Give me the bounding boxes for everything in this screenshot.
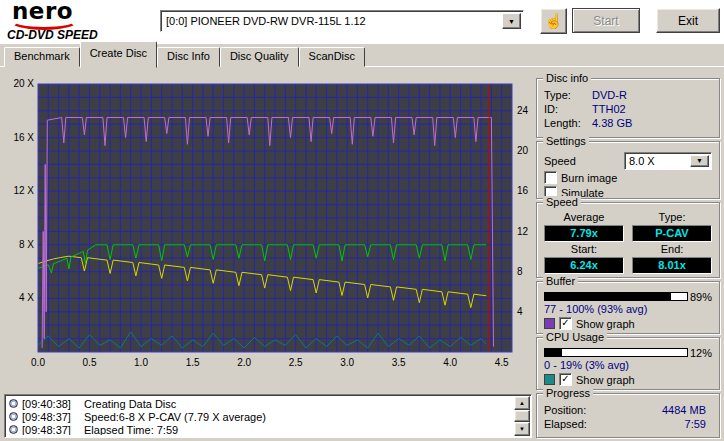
burn-image-checkbox[interactable]	[544, 171, 557, 184]
scroll-up-icon: ▲	[519, 400, 525, 406]
chevron-down-icon[interactable]: ▼	[502, 13, 521, 29]
buffer-bar	[544, 292, 688, 301]
log-line: [09:48:37] Speed:6-8 X P-CAV (7.79 X ave…	[7, 410, 513, 423]
elapsed-label: Elapsed:	[544, 417, 596, 431]
svg-text:2.0: 2.0	[237, 357, 251, 368]
elapsed-value: 7:59	[685, 417, 712, 431]
tab-disc-info[interactable]: Disc Info	[157, 47, 220, 67]
log-line: [09:48:37] Elapsed Time: 7:59	[7, 423, 513, 435]
log-time: [09:48:37]	[22, 424, 84, 436]
drive-select[interactable]: [0:0] PIONEER DVD-RW DVR-115L 1.12 ▼	[160, 10, 524, 32]
disc-id-label: ID:	[544, 102, 592, 116]
svg-text:1.0: 1.0	[134, 357, 148, 368]
scrollbar-thumb[interactable]	[514, 410, 530, 422]
buffer-color-swatch	[544, 318, 555, 329]
speed-type-value: P-CAV	[632, 225, 712, 242]
speed-select[interactable]: 8.0 X ▼	[624, 152, 712, 170]
svg-text:4.0: 4.0	[443, 357, 457, 368]
log-disc-icon	[9, 399, 18, 408]
svg-text:12: 12	[517, 226, 529, 237]
disc-length-label: Length:	[544, 116, 592, 130]
svg-text:8 X: 8 X	[19, 239, 34, 250]
buffer-title: Buffer	[543, 275, 578, 287]
start-button[interactable]: Start	[572, 8, 640, 33]
scroll-down-button[interactable]: ▼	[514, 422, 530, 436]
cpu-bar-fill	[545, 349, 562, 356]
svg-text:0.5: 0.5	[83, 357, 97, 368]
buffer-show-graph-row: ✓ Show graph	[544, 316, 712, 331]
scroll-down-icon: ▼	[519, 426, 525, 432]
cpu-bar-row: 12%	[544, 347, 712, 358]
tab-bar: Benchmark Create Disc Disc Info Disc Qua…	[4, 46, 365, 67]
svg-text:3.5: 3.5	[392, 357, 406, 368]
speed-end-label: End:	[632, 244, 712, 255]
cpu-bar	[544, 348, 688, 357]
buffer-range: 77 - 100% (93% avg)	[544, 303, 712, 316]
settings-group: Settings Speed 8.0 X ▼ Burn image Simula…	[536, 141, 720, 199]
drive-select-value: [0:0] PIONEER DVD-RW DVR-115L 1.12	[166, 15, 366, 27]
speed-select-row: Speed 8.0 X ▼	[544, 151, 712, 170]
scroll-up-button[interactable]: ▲	[514, 396, 530, 410]
log-line: [09:40:38] Creating Data Disc	[7, 397, 513, 410]
buffer-show-graph-checkbox[interactable]: ✓	[559, 317, 572, 330]
tab-create-disc[interactable]: Create Disc	[80, 41, 157, 68]
svg-text:4 X: 4 X	[19, 292, 34, 303]
svg-text:20 X: 20 X	[13, 78, 34, 89]
disc-type-row: Type: DVD-R	[544, 88, 712, 102]
buffer-group: Buffer 89% 77 - 100% (93% avg) ✓ Show gr…	[536, 281, 720, 334]
cpu-percent: 12%	[690, 347, 712, 359]
disc-id-row: ID: TTH02	[544, 102, 712, 116]
elapsed-row: Elapsed: 7:59	[544, 417, 712, 431]
buffer-bar-row: 89%	[544, 291, 712, 302]
cpu-group: CPU Usage 12% 0 - 19% (3% avg) ✓ Show gr…	[536, 337, 720, 390]
scrollbar-track[interactable]	[514, 410, 530, 422]
log-scrollbar[interactable]: ▲ ▼	[514, 396, 530, 436]
speed-chart: 4 X8 X12 X16 X20 X48121620240.00.51.01.5…	[4, 76, 532, 376]
speed-average-label: Average	[544, 212, 624, 223]
burn-image-label: Burn image	[561, 172, 617, 184]
dropdown-arrow-glyph: ▼	[508, 18, 515, 25]
svg-text:3.0: 3.0	[340, 357, 354, 368]
log-disc-icon	[9, 412, 18, 421]
speed-start-value: 6.24x	[544, 257, 624, 274]
speed-group: Speed Average Type: 7.79x P-CAV Start: E…	[536, 202, 720, 278]
speed-end-value: 8.01x	[632, 257, 712, 274]
svg-text:20: 20	[517, 145, 529, 156]
settings-title: Settings	[543, 135, 589, 147]
disc-length-value: 4.38 GB	[592, 116, 632, 130]
log-text: Elapsed Time: 7:59	[84, 424, 178, 436]
svg-text:24: 24	[517, 105, 529, 116]
cpu-color-swatch	[544, 374, 555, 385]
options-tool-button[interactable]: ☝	[540, 8, 567, 34]
position-value: 4484 MB	[662, 403, 712, 417]
svg-text:2.5: 2.5	[289, 357, 303, 368]
log-lines: [09:40:38] Creating Data Disc [09:48:37]…	[7, 397, 513, 435]
svg-text:16 X: 16 X	[13, 132, 34, 143]
tab-disc-quality[interactable]: Disc Quality	[220, 47, 299, 67]
cd-dvd-speed-logo-text: CD-DVD SPEED	[7, 28, 98, 42]
position-row: Position: 4484 MB	[544, 403, 712, 417]
chevron-down-icon[interactable]: ▼	[690, 155, 709, 167]
tab-scandisc[interactable]: ScanDisc	[299, 47, 365, 67]
svg-text:8: 8	[517, 266, 523, 277]
speed-title: Speed	[543, 196, 581, 208]
speed-start-label: Start:	[544, 244, 624, 255]
cpu-title: CPU Usage	[543, 331, 607, 343]
svg-text:4.5: 4.5	[495, 357, 509, 368]
log-text: Creating Data Disc	[84, 398, 176, 410]
log-disc-icon	[9, 425, 18, 434]
cpu-show-graph-checkbox[interactable]: ✓	[559, 373, 572, 386]
speed-type-label: Type:	[632, 212, 712, 223]
exit-button[interactable]: Exit	[656, 8, 720, 33]
svg-text:0.0: 0.0	[31, 357, 45, 368]
svg-text:12 X: 12 X	[13, 185, 34, 196]
svg-text:1.5: 1.5	[186, 357, 200, 368]
log-panel: [09:40:38] Creating Data Disc [09:48:37]…	[4, 394, 532, 438]
speed-average-value: 7.79x	[544, 225, 624, 242]
progress-group: Progress Position: 4484 MB Elapsed: 7:59	[536, 393, 720, 438]
log-time: [09:48:37]	[22, 411, 84, 423]
tab-benchmark[interactable]: Benchmark	[4, 47, 80, 67]
cpu-range: 0 - 19% (3% avg)	[544, 359, 712, 372]
cpu-show-graph-label: Show graph	[576, 374, 635, 386]
log-time: [09:40:38]	[22, 398, 84, 410]
